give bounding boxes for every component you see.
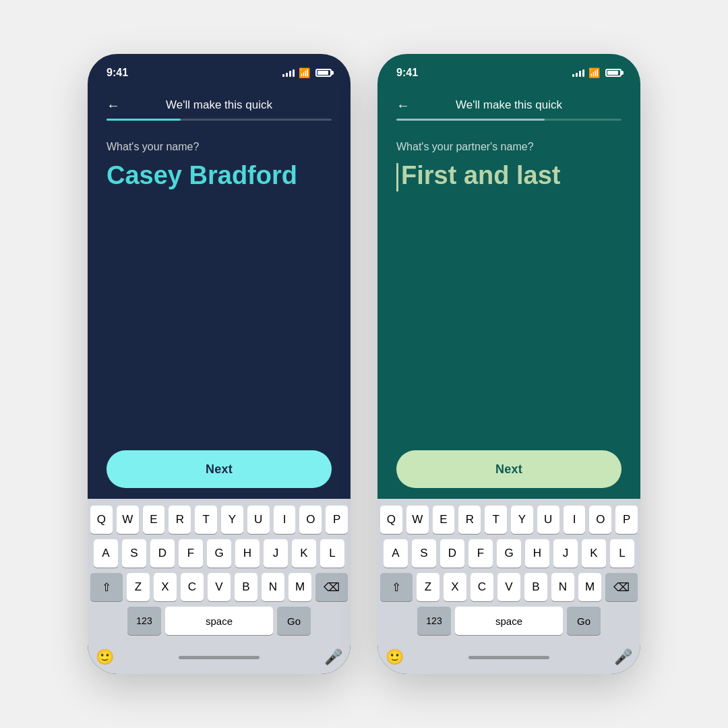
keyboard-2: Q W E R T Y U I O P A S D F G H J K L <box>377 499 640 674</box>
mic-icon-2[interactable]: 🎤 <box>614 648 632 666</box>
key-o-1[interactable]: O <box>299 506 322 534</box>
keyboard-row-4-1: 123 space Go <box>90 607 348 635</box>
header-2: ← We'll make this quick <box>396 88 621 119</box>
status-time-1: 9:41 <box>107 67 128 79</box>
key-z-2[interactable]: Z <box>417 573 439 601</box>
keyboard-bottom-1: 🙂 🎤 <box>88 643 351 674</box>
battery-icon-1 <box>315 69 332 77</box>
go-key-2[interactable]: Go <box>567 607 601 635</box>
key-s-2[interactable]: S <box>412 539 436 568</box>
shift-key-2[interactable]: ⇧ <box>380 573 413 601</box>
battery-icon-2 <box>605 69 621 77</box>
key-g-1[interactable]: G <box>207 539 231 568</box>
next-button-area-2: Next <box>396 450 621 499</box>
back-button-2[interactable]: ← <box>396 98 410 113</box>
key-u-2[interactable]: U <box>537 506 559 534</box>
key-y-2[interactable]: Y <box>511 506 533 534</box>
name-display-2[interactable]: First and last <box>396 161 621 191</box>
keyboard-row-2-1: A S D F G H J K L <box>90 539 348 568</box>
keyboard-row-4-2: 123 space Go <box>380 607 638 635</box>
key-q-2[interactable]: Q <box>380 506 402 534</box>
key-w-1[interactable]: W <box>117 506 139 534</box>
key-b-2[interactable]: B <box>524 573 547 601</box>
key-c-1[interactable]: C <box>181 573 204 601</box>
key-k-1[interactable]: K <box>292 539 316 568</box>
go-key-1[interactable]: Go <box>277 607 311 635</box>
key-m-1[interactable]: M <box>289 573 311 601</box>
delete-key-2[interactable]: ⌫ <box>605 573 638 601</box>
key-m-2[interactable]: M <box>578 573 601 601</box>
key-x-2[interactable]: X <box>444 573 466 601</box>
key-n-2[interactable]: N <box>551 573 574 601</box>
keyboard-keys-2: Q W E R T Y U I O P A S D F G H J K L <box>377 499 640 643</box>
key-j-1[interactable]: J <box>264 539 288 568</box>
key-p-1[interactable]: P <box>326 506 348 534</box>
header-1: ← We'll make this quick <box>107 88 332 119</box>
key-c-2[interactable]: C <box>471 573 493 601</box>
space-key-1[interactable]: space <box>165 607 273 635</box>
num-key-1[interactable]: 123 <box>127 607 161 635</box>
key-w-2[interactable]: W <box>406 506 429 534</box>
next-button-2[interactable]: Next <box>396 450 621 488</box>
key-e-2[interactable]: E <box>433 506 455 534</box>
key-v-2[interactable]: V <box>497 573 520 601</box>
key-i-1[interactable]: I <box>274 506 296 534</box>
key-g-2[interactable]: G <box>497 539 521 568</box>
key-l-2[interactable]: L <box>610 539 634 568</box>
num-key-2[interactable]: 123 <box>417 607 451 635</box>
key-b-1[interactable]: B <box>235 573 257 601</box>
header-title-2: We'll make this quick <box>456 98 562 112</box>
key-f-2[interactable]: F <box>468 539 493 568</box>
question-label-2: What's your partner's name? <box>396 141 621 153</box>
key-q-1[interactable]: Q <box>90 506 113 534</box>
key-a-2[interactable]: A <box>384 539 408 568</box>
key-x-1[interactable]: X <box>154 573 177 601</box>
key-d-1[interactable]: D <box>150 539 175 568</box>
key-s-1[interactable]: S <box>122 539 146 568</box>
status-time-2: 9:41 <box>396 67 418 79</box>
signal-icon-2 <box>572 69 584 77</box>
delete-key-1[interactable]: ⌫ <box>315 573 348 601</box>
home-bar-1 <box>179 656 260 659</box>
key-t-2[interactable]: T <box>485 506 507 534</box>
keyboard-row-3-2: ⇧ Z X C V B N M ⌫ <box>380 573 638 601</box>
key-a-1[interactable]: A <box>94 539 118 568</box>
emoji-icon-1[interactable]: 🙂 <box>96 648 114 666</box>
key-h-1[interactable]: H <box>235 539 260 568</box>
keyboard-keys-1: Q W E R T Y U I O P A S D F G H J K L <box>88 499 351 643</box>
key-k-2[interactable]: K <box>582 539 606 568</box>
keyboard-bottom-2: 🙂 🎤 <box>377 643 640 674</box>
mic-icon-1[interactable]: 🎤 <box>324 648 342 666</box>
key-u-1[interactable]: U <box>247 506 270 534</box>
key-r-2[interactable]: R <box>458 506 481 534</box>
back-button-1[interactable]: ← <box>107 98 120 113</box>
key-o-2[interactable]: O <box>589 506 611 534</box>
key-d-2[interactable]: D <box>440 539 464 568</box>
key-z-1[interactable]: Z <box>127 573 150 601</box>
key-e-1[interactable]: E <box>143 506 165 534</box>
next-button-area-1: Next <box>107 450 332 499</box>
name-display-1[interactable]: Casey Bradford <box>107 161 332 190</box>
key-t-1[interactable]: T <box>195 506 217 534</box>
keyboard-1: Q W E R T Y U I O P A S D F G H J K L <box>88 499 351 674</box>
app-content-2: ← We'll make this quick What's your part… <box>377 88 640 499</box>
key-n-1[interactable]: N <box>262 573 284 601</box>
app-content-1: ← We'll make this quick What's your name… <box>88 88 351 499</box>
emoji-icon-2[interactable]: 🙂 <box>386 648 404 666</box>
key-i-2[interactable]: I <box>564 506 586 534</box>
status-bar-2: 9:41 📶 <box>377 54 640 88</box>
key-j-2[interactable]: J <box>553 539 578 568</box>
key-h-2[interactable]: H <box>525 539 549 568</box>
key-v-1[interactable]: V <box>208 573 231 601</box>
question-label-1: What's your name? <box>107 141 332 153</box>
key-f-1[interactable]: F <box>179 539 203 568</box>
key-l-1[interactable]: L <box>320 539 344 568</box>
space-key-2[interactable]: space <box>455 607 563 635</box>
key-r-1[interactable]: R <box>169 506 191 534</box>
key-y-1[interactable]: Y <box>221 506 243 534</box>
wifi-icon-1: 📶 <box>299 67 310 78</box>
next-button-1[interactable]: Next <box>107 450 332 488</box>
key-p-2[interactable]: P <box>615 506 638 534</box>
keyboard-row-1-1: Q W E R T Y U I O P <box>90 506 348 534</box>
shift-key-1[interactable]: ⇧ <box>90 573 123 601</box>
